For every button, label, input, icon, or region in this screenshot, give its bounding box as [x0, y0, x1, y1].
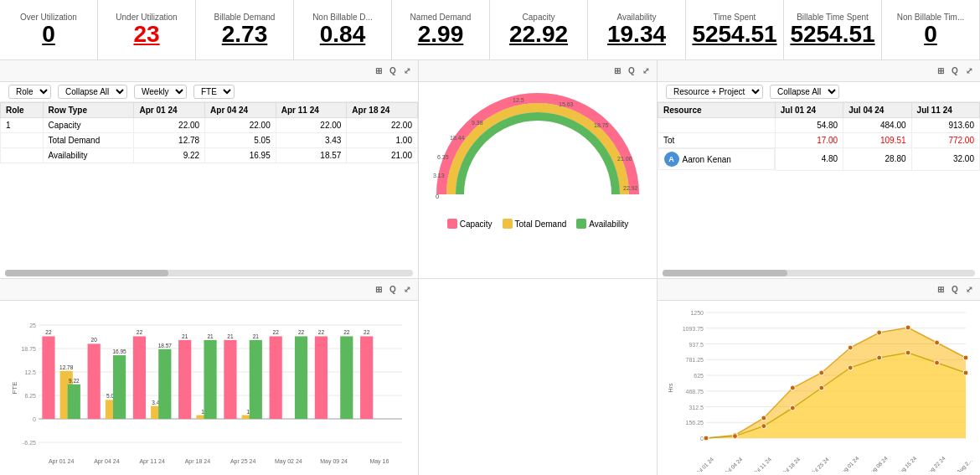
middle-panel: ⊞ Q ⤢ [419, 60, 658, 475]
sort-by-select[interactable]: Role [8, 85, 51, 99]
legend-demand-dot [503, 219, 513, 229]
svg-text:22: 22 [317, 329, 324, 335]
svg-text:Aug 2...: Aug 2... [955, 457, 973, 472]
svg-rect-24 [112, 355, 125, 419]
scrollbar-capacity-h[interactable] [5, 270, 413, 276]
cell-jul04: 28.80 [843, 148, 911, 171]
metric-card-0: Over Utilization0 [0, 0, 98, 59]
cell-apr04: 22.00 [205, 118, 276, 133]
capacity-demand-section: ⊞ Q ⤢ Role Collapse All Weekly [0, 60, 418, 278]
search-icon[interactable]: Q [387, 65, 399, 77]
metric-value-7: 5254.51 [692, 22, 776, 48]
cell-row-type: Availability [43, 148, 134, 163]
capacity-chart-section: ⊞ Q ⤢ [419, 60, 657, 278]
search-icon-avail[interactable]: Q [387, 284, 399, 296]
capacity-demand-table-container[interactable]: Role Row Type Apr 01 24 Apr 04 24 Apr 11… [0, 102, 418, 268]
svg-text:22.92: 22.92 [623, 185, 638, 191]
cell-apr11: 18.57 [276, 148, 347, 163]
svg-point-101 [732, 434, 737, 439]
svg-text:1093.75: 1093.75 [682, 326, 703, 332]
fore-sort-select[interactable]: Resource + Project [666, 85, 763, 99]
svg-text:Jul 04 24: Jul 04 24 [723, 456, 743, 472]
level-select[interactable]: Collapse All [58, 85, 127, 99]
filter-icon[interactable]: ⊞ [373, 65, 384, 77]
forecasted-toolbar: Resource + Project Collapse All [658, 82, 980, 102]
search-icon-cap[interactable]: Q [626, 65, 637, 77]
cell-row-type: Total Demand [43, 133, 134, 148]
expand-icon-cap[interactable]: ⤢ [640, 65, 652, 77]
filter-icon-avail[interactable]: ⊞ [373, 284, 384, 296]
svg-text:25: 25 [29, 323, 36, 328]
table-row: AAaron Kenan 4.80 28.80 32.00 [658, 148, 980, 171]
cell-apr18: 1.00 [347, 133, 418, 148]
svg-point-96 [876, 330, 881, 335]
time-unit-select[interactable]: FTE [193, 85, 235, 99]
gauge-chart-area: 0 9.38 12.5 15.63 18.75 21.06 22.92 3.13… [419, 82, 657, 278]
cell-jul11: 913.60 [911, 118, 979, 133]
svg-rect-38 [204, 340, 216, 419]
expand-icon-trend[interactable]: ⤢ [963, 284, 975, 296]
metric-card-4: Named Demand2.99 [392, 0, 490, 59]
metric-value-4: 2.99 [418, 22, 464, 48]
svg-text:Apr 11 24: Apr 11 24 [139, 458, 164, 465]
svg-text:22: 22 [136, 329, 142, 335]
svg-text:625: 625 [694, 373, 704, 379]
svg-text:Apr 18 24: Apr 18 24 [184, 458, 209, 465]
svg-text:781.25: 781.25 [685, 357, 704, 363]
svg-text:Apr 04 24: Apr 04 24 [94, 458, 119, 465]
search-icon-fore[interactable]: Q [949, 65, 961, 77]
fore-level-select[interactable]: Collapse All [770, 85, 839, 99]
right-panel: ⊞ Q ⤢ Resource + Project Collapse All [658, 60, 980, 475]
metric-card-7: Time Spent5254.51 [686, 0, 784, 59]
metric-card-8: Billable Time Spent5254.51 [784, 0, 882, 59]
expand-icon-avail[interactable]: ⤢ [401, 284, 413, 296]
cell-resource [658, 118, 776, 133]
svg-point-99 [963, 355, 968, 360]
svg-point-105 [848, 365, 853, 370]
svg-text:1250: 1250 [690, 310, 704, 316]
svg-point-97 [905, 325, 910, 330]
svg-point-102 [761, 424, 766, 429]
svg-text:22: 22 [343, 329, 350, 335]
svg-point-108 [934, 360, 939, 365]
col-jul11: Jul 11 24 [911, 103, 979, 118]
svg-point-104 [818, 385, 823, 390]
avatar: A [664, 152, 679, 167]
cell-apr18: 22.00 [347, 118, 418, 133]
availability-bar-chart: 2518.7512.56.250-6.252212.789.22Apr 01 2… [8, 308, 410, 467]
svg-rect-41 [224, 340, 236, 419]
scale-select[interactable]: Weekly [134, 85, 187, 99]
legend-capacity: Capacity [447, 219, 493, 229]
svg-text:21: 21 [252, 333, 259, 339]
filter-icon-fore[interactable]: ⊞ [935, 65, 946, 77]
svg-text:20: 20 [90, 337, 97, 343]
search-icon-trend[interactable]: Q [949, 284, 961, 296]
cell-jul04: 484.00 [843, 118, 911, 133]
metric-label-2: Billable Demand [201, 13, 288, 22]
svg-text:156.25: 156.25 [685, 420, 704, 426]
filter-icon-cap[interactable]: ⊞ [611, 65, 623, 77]
capacity-demand-table: Role Row Type Apr 01 24 Apr 04 24 Apr 11… [0, 102, 418, 163]
metric-card-9: Non Billable Tim...0 [882, 0, 980, 59]
svg-rect-50 [294, 336, 307, 419]
svg-point-109 [963, 370, 968, 375]
cell-apr04: 5.05 [205, 133, 276, 148]
expand-icon-fore[interactable]: ⤢ [963, 65, 975, 77]
cell-jul01: 4.80 [775, 148, 843, 171]
svg-text:312.5: 312.5 [689, 405, 704, 410]
cell-jul11: 32.00 [911, 148, 979, 171]
col-role: Role [1, 103, 44, 118]
svg-text:0: 0 [33, 416, 36, 422]
expand-icon[interactable]: ⤢ [401, 65, 413, 77]
svg-point-93 [790, 385, 795, 390]
forecasted-table-container[interactable]: Resource Jul 01 24 Jul 04 24 Jul 11 24 5… [658, 102, 980, 268]
svg-text:0: 0 [436, 193, 440, 200]
svg-text:12.5: 12.5 [24, 369, 36, 375]
cell-apr01: 22.00 [134, 118, 205, 133]
scrollbar-fore-h[interactable] [663, 270, 975, 276]
svg-text:21: 21 [182, 333, 188, 339]
cell-jul01: 54.80 [775, 118, 843, 133]
svg-text:22: 22 [45, 329, 52, 335]
filter-icon-trend[interactable]: ⊞ [935, 284, 946, 296]
cell-num [1, 133, 44, 148]
